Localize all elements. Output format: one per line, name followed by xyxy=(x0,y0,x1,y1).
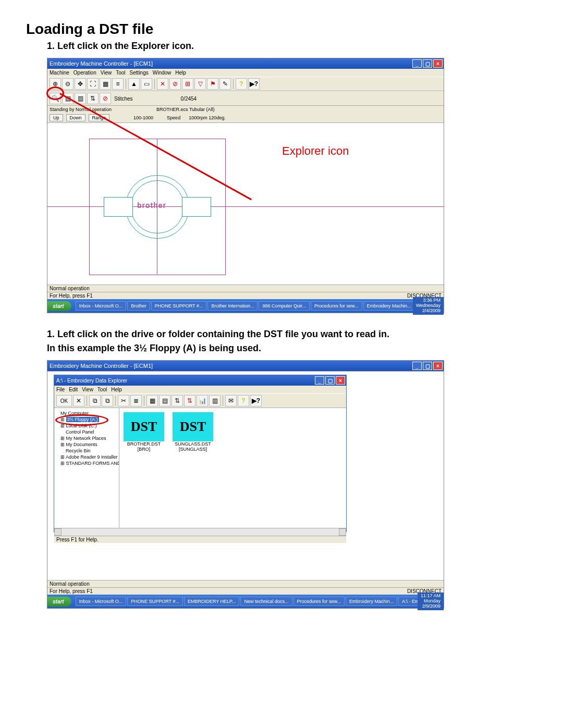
task-item[interactable]: Embroidery Machin... xyxy=(363,301,413,311)
design-canvas[interactable]: brother xyxy=(47,122,444,285)
grid-icon[interactable]: ▦ xyxy=(100,78,111,90)
menu-item[interactable]: View xyxy=(82,387,93,392)
thread-icon[interactable]: ✎ xyxy=(219,78,231,90)
task-item[interactable]: PHONE SUPPORT #... xyxy=(127,597,183,606)
menu-item[interactable]: Machine xyxy=(50,70,69,76)
menu-item[interactable]: Window xyxy=(153,70,172,76)
tree-node[interactable]: Recycle Bin xyxy=(55,448,118,454)
task-item[interactable]: PHONE SUPPORT #... xyxy=(151,301,207,311)
task-item[interactable]: Brother Internation... xyxy=(207,301,258,311)
menu-item[interactable]: Tool xyxy=(116,70,125,76)
context-help-icon[interactable]: ▶? xyxy=(250,395,262,406)
close-icon[interactable]: × xyxy=(336,376,345,385)
menu-item[interactable]: File xyxy=(56,387,65,392)
context-help-icon[interactable]: ▶? xyxy=(248,78,260,90)
needle-icon[interactable]: ▲ xyxy=(128,78,140,90)
menu-item[interactable]: Edit xyxy=(69,387,78,392)
file-item[interactable]: DST BROTHER.DST [BRO] xyxy=(124,412,164,452)
fit-icon[interactable]: ⛶ xyxy=(87,78,99,90)
menu-item[interactable]: Help xyxy=(175,70,186,76)
menu-item[interactable]: View xyxy=(101,70,112,76)
tree-node[interactable]: ⊞ My Documents xyxy=(55,441,118,448)
delete-icon[interactable]: ✕ xyxy=(157,78,168,90)
screenshot-2: Embroidery Machine Controller - [ECM1] _… xyxy=(47,360,444,609)
title-bar: Embroidery Machine Controller - [ECM1] _… xyxy=(47,58,444,69)
help-icon[interactable]: ? xyxy=(236,78,247,90)
folder-tree[interactable]: My Computer ⊞ 3½ Floppy (A:) ⊞ Local Dis… xyxy=(54,408,119,528)
view-icon[interactable]: ▤ xyxy=(159,395,170,406)
h-scrollbar[interactable] xyxy=(54,528,346,536)
flag-icon[interactable]: ⚑ xyxy=(207,78,218,90)
stop-icon[interactable]: ⊘ xyxy=(100,93,111,104)
menu-item[interactable]: Tool xyxy=(97,387,107,392)
main-toolbar: ⊕ ⊖ ✥ ⛶ ▦ ≡ ▲ ▭ ✕ ⊘ ⊞ ▽ ⚑ ✎ ? ▶? xyxy=(47,77,444,91)
down-button[interactable]: Down xyxy=(66,114,85,121)
minimize-icon[interactable]: _ xyxy=(412,59,422,68)
task-item[interactable]: Procedures for sew... xyxy=(311,301,362,311)
task-item[interactable]: Embroidery Machin... xyxy=(346,597,397,606)
inner-title-bar[interactable]: A:\ - Embroidery Data Explorer _ ▢ × xyxy=(54,375,346,386)
stitches-value: 0/2454 xyxy=(181,96,197,102)
screen-icon[interactable]: ▭ xyxy=(141,78,152,90)
cancel-icon[interactable]: ✕ xyxy=(73,395,84,406)
screenshot-1: Embroidery Machine Controller - [ECM1] _… xyxy=(47,58,444,313)
copy-icon[interactable]: ⧉ xyxy=(89,395,101,406)
mail-icon[interactable]: ✉ xyxy=(225,395,237,406)
close-icon[interactable]: × xyxy=(433,362,443,370)
task-item[interactable]: EMBROIDERY HELP... xyxy=(184,597,240,606)
tree-node[interactable]: ⊞ STANDARD FORMS AND TEMPLAT xyxy=(55,460,118,466)
menu-bar: Machine Operation View Tool Settings Win… xyxy=(47,69,444,77)
menu-item[interactable]: Settings xyxy=(130,70,149,76)
tree-node[interactable]: Control Panel xyxy=(55,429,118,435)
menu-item[interactable]: Help xyxy=(111,387,122,392)
task-item[interactable]: Inbox - Microsoft O... xyxy=(76,597,127,606)
view-icon[interactable]: ⇅ xyxy=(184,395,195,406)
help-icon[interactable]: ? xyxy=(238,395,249,406)
noentry-icon[interactable]: ⊘ xyxy=(169,78,181,90)
task-item[interactable]: 986 Computer Quir... xyxy=(259,301,310,311)
speed-label: Speed xyxy=(167,115,180,120)
control-bar: Up Down Range 100-1000 Speed 1000rpm 120… xyxy=(47,113,444,122)
task-item[interactable]: Inbox - Microsoft O... xyxy=(76,301,127,311)
menu-item[interactable]: Operation xyxy=(74,70,96,76)
view-icon[interactable]: ⇅ xyxy=(172,395,183,406)
maximize-icon[interactable]: ▢ xyxy=(423,59,432,68)
ruler-icon[interactable]: ≡ xyxy=(112,78,124,90)
cut-icon[interactable]: ✂ xyxy=(118,395,129,406)
task-item[interactable]: Procedures for sew... xyxy=(293,597,345,606)
tree-node[interactable]: ⊞ My Network Places xyxy=(55,435,118,441)
task-item[interactable]: Brother xyxy=(127,301,150,311)
ok-button[interactable]: OK xyxy=(56,395,72,406)
window-title: Embroidery Machine Controller - [ECM1] xyxy=(50,60,153,67)
task-item[interactable]: A:\ - Embroidery D... xyxy=(398,597,418,606)
dst-icon: DST xyxy=(124,412,164,441)
tree-node[interactable]: ⊞ Adobe Reader 9 Installer xyxy=(55,454,118,460)
title-bar: Embroidery Machine Controller - [ECM1] _… xyxy=(47,361,444,371)
minimize-icon[interactable]: _ xyxy=(412,362,422,370)
inner-menu-bar: File Edit View Tool Help xyxy=(54,386,346,393)
pan-icon[interactable]: ✥ xyxy=(75,78,86,90)
start-button[interactable]: start xyxy=(47,597,71,607)
file-item[interactable]: DST SUNGLASS.DST [SUNGLASS] xyxy=(173,412,213,452)
task-item[interactable]: New technical docs... xyxy=(240,597,292,606)
tool-icon[interactable]: ⇅ xyxy=(87,93,99,104)
paste-icon[interactable]: ⧉ xyxy=(102,395,113,406)
file-name: BROTHER.DST xyxy=(124,441,164,447)
start-button[interactable]: start xyxy=(47,301,71,311)
up-button[interactable]: Up xyxy=(50,114,63,121)
chart-icon[interactable]: 📊 xyxy=(197,395,208,406)
tool-icon[interactable]: ≣ xyxy=(130,395,142,406)
zoom-out-icon[interactable]: ⊖ xyxy=(62,78,74,90)
maximize-icon[interactable]: ▢ xyxy=(325,376,335,385)
maximize-icon[interactable]: ▢ xyxy=(423,362,432,370)
box-icon[interactable]: ⊞ xyxy=(182,78,193,90)
view-icon[interactable]: ▥ xyxy=(209,395,221,406)
filter-icon[interactable]: ▽ xyxy=(194,78,206,90)
stitches-label: Stitches xyxy=(114,96,133,102)
minimize-icon[interactable]: _ xyxy=(315,376,324,385)
close-icon[interactable]: × xyxy=(433,59,443,68)
status-bar: Normal operation xyxy=(47,285,444,292)
rpm-range: 100-1000 xyxy=(133,115,153,120)
view-icon[interactable]: ▦ xyxy=(146,395,158,406)
file-list[interactable]: DST BROTHER.DST [BRO] DST SUNGLASS.DST [… xyxy=(119,408,346,528)
